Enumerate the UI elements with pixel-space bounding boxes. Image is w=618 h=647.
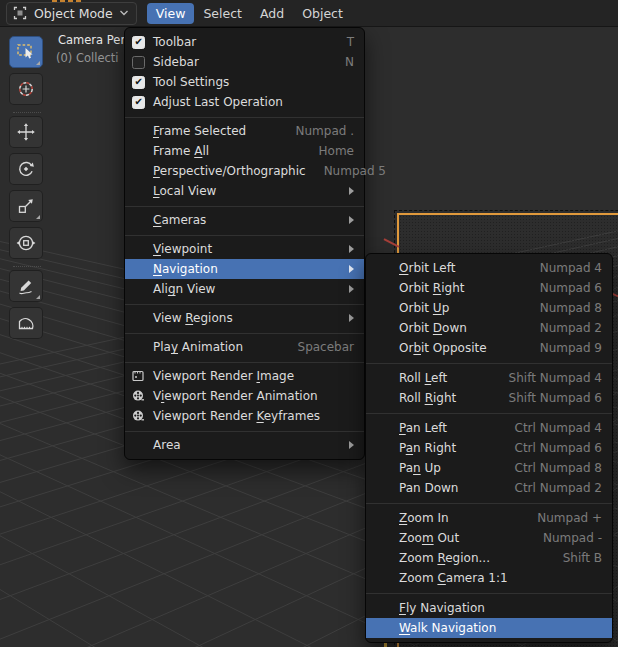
menu-item-label: Pan Up [399,461,441,475]
menu-add[interactable]: Add [251,3,293,24]
menu-item-label: Zoom In [399,511,449,525]
menu-item-label: Align View [153,282,215,296]
menu-item-label: Fly Navigation [399,601,485,615]
menu-item-label: Orbit Up [399,301,449,315]
submenu-arrow-icon [349,187,354,195]
rotate-icon [15,158,37,180]
menu-separator [125,426,364,435]
menu-item-zoom-in[interactable]: Zoom In Numpad + [366,508,612,528]
menu-shortcut: Ctrl Numpad 2 [497,481,602,495]
menu-item-label: Pan Left [399,421,447,435]
menu-item-viewport-render-image[interactable]: Viewport Render Image [125,366,364,386]
tool-scale[interactable] [9,190,43,222]
menu-object[interactable]: Object [293,3,352,24]
menu-item-perspective-orthographic[interactable]: Perspective/Orthographic Numpad 5 [125,161,364,181]
menu-item-pan-left[interactable]: Pan Left Ctrl Numpad 4 [366,418,612,438]
menu-item-label: Frame Selected [153,124,246,138]
menu-item-navigation[interactable]: Navigation [125,259,364,279]
chevron-down-icon [119,9,129,17]
menu-item-label: Orbit Left [399,261,455,275]
tool-measure[interactable] [9,307,43,339]
menu-shortcut: Shift Numpad 6 [491,391,602,405]
menu-view[interactable]: View [147,3,195,24]
menu-item-label: Cameras [153,213,206,227]
mode-dropdown[interactable]: Object Mode [6,2,137,25]
menu-item-orbit-down[interactable]: Orbit Down Numpad 2 [366,318,612,338]
menu-item-label: Orbit Right [399,281,464,295]
menu-item-viewpoint[interactable]: Viewpoint [125,239,364,259]
checkbox-icon [132,96,145,109]
menu-item-zoom-region[interactable]: Zoom Region... Shift B [366,548,612,568]
menu-shortcut: Numpad . [278,124,355,138]
menu-separator [366,588,612,598]
render-animation-icon [131,389,145,403]
menu-item-viewport-render-animation[interactable]: Viewport Render Animation [125,386,364,406]
menu-item-label: Tool Settings [153,75,229,89]
menu-item-area[interactable]: Area [125,435,364,455]
submenu-arrow-icon [349,314,354,322]
tool-move[interactable] [9,116,43,148]
menu-item-label: Adjust Last Operation [153,95,283,109]
checkbox-icon [132,56,145,69]
menu-separator [125,230,364,239]
menu-shortcut: Numpad 4 [522,261,602,275]
topbar: Object Mode View Select Add Object [0,0,618,27]
menu-shortcut: T [329,35,354,49]
menu-item-label: Orbit Opposite [399,341,487,355]
menu-item-frame-all[interactable]: Frame All Home [125,141,364,161]
menu-item-align-view[interactable]: Align View [125,279,364,299]
menu-item-label: Play Animation [153,340,243,354]
menu-item-label: Pan Right [399,441,456,455]
menu-item-view-regions[interactable]: View Regions [125,308,364,328]
menu-item-orbit-opposite[interactable]: Orbit Opposite Numpad 9 [366,338,612,358]
menu-item-zoom-out[interactable]: Zoom Out Numpad - [366,528,612,548]
menu-separator [366,408,612,418]
menu-item-label: Pan Down [399,481,458,495]
menu-item-tool-settings[interactable]: Tool Settings [125,72,364,92]
menu-separator [366,358,612,368]
menu-item-zoom-camera-1-1[interactable]: Zoom Camera 1:1 [366,568,612,588]
menu-shortcut: Spacebar [280,340,354,354]
menu-shortcut: Numpad 9 [522,341,602,355]
menu-item-walk-navigation[interactable]: Walk Navigation [366,618,612,638]
menu-item-roll-right[interactable]: Roll Right Shift Numpad 6 [366,388,612,408]
menu-item-toolbar[interactable]: Toolbar T [125,32,364,52]
menu-separator [125,201,364,210]
menu-shortcut: Ctrl Numpad 8 [497,461,602,475]
tool-rotate[interactable] [9,153,43,185]
menu-item-label: Zoom Camera 1:1 [399,571,508,585]
viewport-collection-label: (0) Collecti [56,51,119,65]
menu-item-label: Sidebar [153,55,199,69]
menu-separator [125,112,364,121]
menu-item-cameras[interactable]: Cameras [125,210,364,230]
menu-item-sidebar[interactable]: Sidebar N [125,52,364,72]
menu-item-adjust-last-operation[interactable]: Adjust Last Operation [125,92,364,112]
menu-item-pan-right[interactable]: Pan Right Ctrl Numpad 6 [366,438,612,458]
transform-icon [15,232,37,254]
menu-item-label: Viewport Render Animation [153,389,318,403]
measure-icon [15,312,37,334]
checkbox-icon [132,76,145,89]
menu-separator [125,357,364,366]
menu-item-label: Frame All [153,144,209,158]
tool-select-box[interactable] [9,36,43,68]
menu-item-roll-left[interactable]: Roll Left Shift Numpad 4 [366,368,612,388]
menu-item-pan-up[interactable]: Pan Up Ctrl Numpad 8 [366,458,612,478]
menu-item-label: Navigation [153,262,218,276]
menu-item-orbit-up[interactable]: Orbit Up Numpad 8 [366,298,612,318]
tool-annotate[interactable] [9,270,43,302]
tool-transform[interactable] [9,227,43,259]
menu-select[interactable]: Select [194,3,251,24]
menu-item-fly-navigation[interactable]: Fly Navigation [366,598,612,618]
mode-label: Object Mode [34,6,113,21]
menu-item-local-view[interactable]: Local View [125,181,364,201]
menu-item-viewport-render-keyframes[interactable]: Viewport Render Keyframes [125,406,364,426]
menu-item-frame-selected[interactable]: Frame Selected Numpad . [125,121,364,141]
tool-shelf [9,36,45,344]
tool-cursor[interactable] [9,73,43,105]
submenu-arrow-icon [349,245,354,253]
menu-item-pan-down[interactable]: Pan Down Ctrl Numpad 2 [366,478,612,498]
menu-item-orbit-left[interactable]: Orbit Left Numpad 4 [366,258,612,278]
menu-item-orbit-right[interactable]: Orbit Right Numpad 6 [366,278,612,298]
menu-item-play-animation[interactable]: Play Animation Spacebar [125,337,364,357]
